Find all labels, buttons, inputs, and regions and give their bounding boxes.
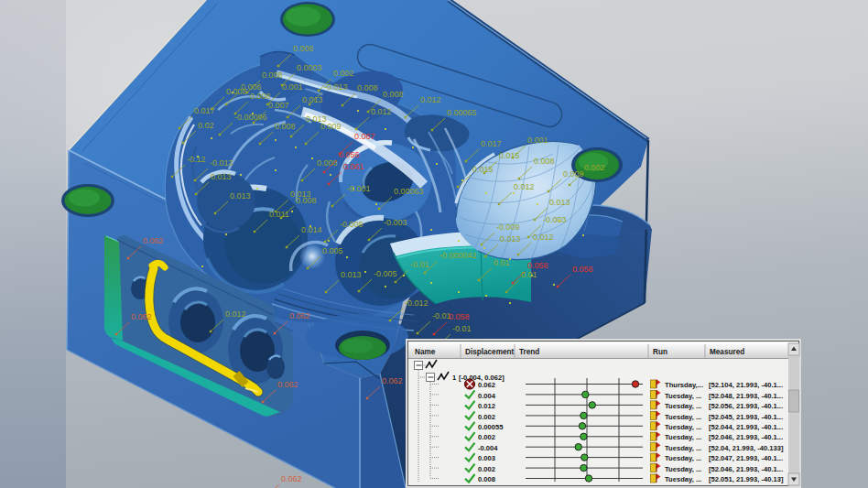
svg-text:[52.056, 21.993, -40.1...: [52.056, 21.993, -40.1... [709, 402, 783, 410]
svg-text:0.004: 0.004 [478, 392, 496, 400]
svg-text:Tuesday, ...: Tuesday, ... [665, 433, 701, 441]
svg-text:Run: Run [653, 348, 667, 356]
svg-text:0.002: 0.002 [478, 465, 495, 473]
svg-text:-0.013: -0.013 [324, 82, 348, 92]
svg-text:0.008: 0.008 [383, 90, 404, 99]
svg-text:0.012: 0.012 [225, 309, 246, 319]
svg-text:0.013: 0.013 [230, 191, 251, 201]
svg-text:0.013: 0.013 [341, 270, 362, 279]
svg-text:0.017: 0.017 [481, 139, 502, 148]
svg-text:0.008: 0.008 [250, 92, 271, 101]
svg-text:0.0003: 0.0003 [297, 63, 322, 72]
svg-text:0.058: 0.058 [527, 261, 548, 270]
svg-text:Measured: Measured [710, 348, 744, 356]
svg-text:0.062: 0.062 [131, 312, 152, 321]
svg-text:Thursday,...: Thursday,... [665, 381, 703, 389]
svg-text:0.005: 0.005 [322, 246, 343, 255]
svg-text:-0.01: -0.01 [410, 260, 429, 269]
svg-text:-0.009: -0.009 [340, 220, 363, 229]
svg-text:0.012: 0.012 [420, 95, 441, 104]
svg-text:0.008: 0.008 [534, 157, 555, 166]
svg-text:-0.12: -0.12 [187, 155, 206, 164]
svg-text:0.067: 0.067 [354, 132, 375, 141]
svg-text:0.012: 0.012 [478, 402, 495, 410]
svg-text:-0.000042: -0.000042 [439, 251, 477, 260]
svg-text:-0.01: -0.01 [452, 324, 472, 333]
svg-text:-0.012: -0.012 [405, 298, 429, 308]
svg-text:0.062: 0.062 [478, 381, 495, 389]
svg-text:0.01: 0.01 [494, 258, 510, 267]
svg-text:0.008: 0.008 [478, 475, 495, 483]
svg-text:[52.046, 21.993, -40.1...: [52.046, 21.993, -40.1... [709, 433, 783, 441]
svg-text:Tuesday, ...: Tuesday, ... [665, 392, 701, 400]
svg-text:0.002: 0.002 [584, 163, 605, 172]
svg-text:Tuesday, ...: Tuesday, ... [665, 454, 701, 462]
svg-text:[52.051, 21.993, -40.13]: [52.051, 21.993, -40.13] [709, 475, 784, 483]
svg-text:0.02: 0.02 [198, 121, 214, 130]
svg-text:0.062: 0.062 [289, 311, 310, 320]
svg-text:0.00063: 0.00063 [394, 187, 424, 196]
svg-text:0.008: 0.008 [293, 44, 314, 53]
svg-text:0.008: 0.008 [262, 70, 283, 80]
svg-text:0.013: 0.013 [500, 234, 521, 244]
svg-text:Tuesday, ...: Tuesday, ... [665, 444, 701, 452]
svg-text:0.012: 0.012 [371, 107, 392, 116]
svg-text:-0.001: -0.001 [347, 184, 371, 193]
svg-text:0.01: 0.01 [521, 270, 537, 279]
svg-text:0.062: 0.062 [143, 236, 164, 245]
svg-text:0.009: 0.009 [563, 169, 584, 179]
svg-text:[52.044, 21.993, -40.1...: [52.044, 21.993, -40.1... [709, 423, 783, 431]
svg-text:0.011: 0.011 [269, 210, 289, 219]
svg-text:[52.048, 21.993, -40.1...: [52.048, 21.993, -40.1... [709, 392, 783, 400]
svg-text:0.002: 0.002 [478, 413, 495, 421]
svg-text:Tuesday, ...: Tuesday, ... [665, 423, 701, 431]
svg-text:0.008: 0.008 [296, 196, 317, 205]
svg-text:0.002: 0.002 [478, 433, 495, 441]
svg-text:-0.00096: -0.00096 [234, 113, 267, 122]
svg-text:0.008: 0.008 [226, 87, 247, 96]
svg-text:-0.003: -0.003 [384, 218, 407, 227]
svg-text:0.058: 0.058 [572, 265, 593, 274]
svg-text:0.014: 0.014 [301, 225, 322, 234]
svg-text:Tuesday, ...: Tuesday, ... [665, 402, 701, 410]
svg-text:0.001: 0.001 [527, 136, 548, 145]
svg-text:0.062: 0.062 [382, 376, 403, 385]
svg-text:0.015: 0.015 [499, 151, 520, 160]
svg-text:-0.009: -0.009 [496, 222, 520, 232]
svg-text:0.012: 0.012 [533, 233, 554, 242]
svg-text:-0.004: -0.004 [478, 444, 498, 452]
svg-text:0.062: 0.062 [281, 474, 302, 483]
svg-text:Tuesday, ...: Tuesday, ... [665, 413, 701, 421]
svg-text:0.002: 0.002 [333, 69, 354, 78]
svg-text:0.008: 0.008 [357, 83, 378, 92]
svg-text:0.012: 0.012 [514, 182, 535, 191]
svg-text:0.003: 0.003 [478, 454, 495, 462]
svg-text:0.058: 0.058 [449, 312, 470, 321]
svg-text:0.013: 0.013 [302, 95, 323, 104]
svg-text:Displacement: Displacement [465, 348, 515, 356]
svg-text:0.00055: 0.00055 [478, 423, 504, 431]
svg-text:Name: Name [415, 348, 436, 356]
svg-text:[52.047, 21.993, -40.1...: [52.047, 21.993, -40.1... [709, 454, 783, 462]
svg-text:0.007: 0.007 [268, 101, 289, 110]
svg-text:0.062: 0.062 [277, 380, 298, 389]
svg-text:0.009: 0.009 [320, 122, 342, 131]
svg-text:0.056: 0.056 [339, 150, 360, 159]
svg-text:-0.003: -0.003 [543, 215, 567, 224]
svg-text:Tuesday, ...: Tuesday, ... [665, 475, 701, 483]
svg-text:0.00065: 0.00065 [447, 108, 477, 117]
svg-text:-0.005: -0.005 [374, 269, 397, 278]
svg-text:0.013: 0.013 [211, 172, 232, 181]
svg-text:Tuesday, ...: Tuesday, ... [665, 465, 701, 473]
svg-text:0.013: 0.013 [549, 198, 570, 207]
svg-text:-0.013: -0.013 [210, 158, 233, 168]
svg-text:0.061: 0.061 [343, 162, 364, 171]
svg-text:[52.046, 21.993, -40.1...: [52.046, 21.993, -40.1... [709, 465, 783, 473]
svg-text:[52.045, 21.993, -40.1...: [52.045, 21.993, -40.1... [709, 413, 783, 421]
svg-text:0.001: 0.001 [282, 82, 303, 92]
svg-text:0.017: 0.017 [194, 106, 215, 115]
svg-text:0.008: 0.008 [275, 122, 296, 131]
svg-text:0.015: 0.015 [472, 165, 494, 174]
svg-text:[52.104, 21.993, -40.1...: [52.104, 21.993, -40.1... [709, 381, 783, 389]
svg-text:[52.04, 21.993, -40.133]: [52.04, 21.993, -40.133] [709, 444, 784, 452]
